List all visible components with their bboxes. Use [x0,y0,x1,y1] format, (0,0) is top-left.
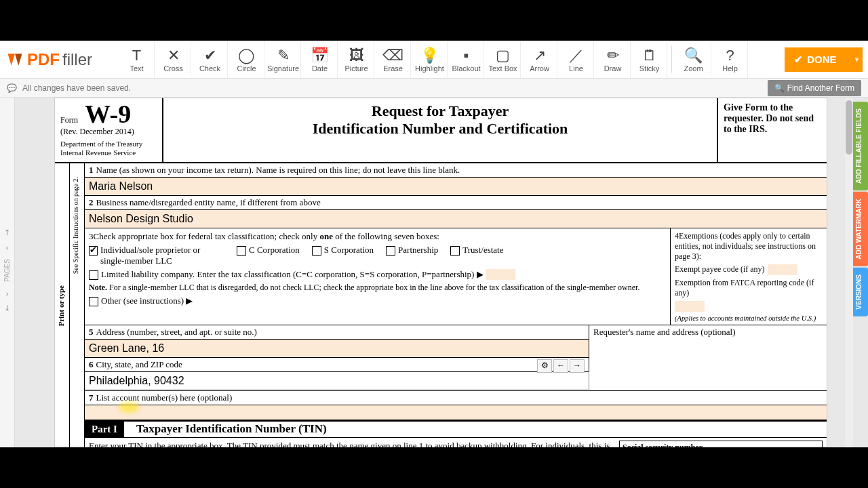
line2-business-field[interactable]: Nelson Design Studio [85,210,827,228]
main-toolbar: PDFfiller TText ✕Cross ✔Check ◯Circle ✎S… [0,41,868,79]
tool-erase[interactable]: ⌫Erase [376,41,411,78]
tool-date[interactable]: 📅Date [302,41,338,78]
highlight-icon: 💡 [420,47,439,64]
line6-city-field[interactable]: Philadelphia, 90432 [85,372,589,390]
side-see-label: See Specific Instructions on page 2. [72,177,79,274]
check-icon: ✔ [794,54,803,66]
tool-picture[interactable]: 🖼Picture [339,41,374,78]
side-print-label: Print or type [57,285,65,326]
blackout-icon: ▪ [464,47,469,64]
line5-address-field[interactable]: Green Lane, 16 [85,340,589,358]
form-dept: Department of the TreasuryInternal Reven… [60,140,157,157]
zoom-icon: 🔍 [684,47,703,64]
tool-line[interactable]: ／Line [559,41,594,78]
line5-label: 5Address (number, street, and apt. or su… [85,325,589,340]
checkbox-individual[interactable] [89,246,98,256]
page-viewport[interactable]: Form W-9 (Rev. December 2014) Department… [15,98,853,447]
sticky-icon: 🗒 [642,47,657,64]
exempt-payee-field[interactable] [768,264,797,275]
logo-text-pdf: PDF [27,50,60,69]
checkbox-s-corp[interactable] [312,246,321,256]
form-word: Form [60,115,78,125]
tin-instruction: Enter your TIN in the appropriate box. T… [89,441,619,447]
vertical-scrollbar[interactable] [845,98,853,447]
field-prev-button[interactable]: ← [553,359,568,373]
tool-circle[interactable]: ◯Circle [229,41,264,78]
line6-label: 6City, state, and ZIP code ⚙ ← → [85,358,589,372]
line7-label: 7List account number(s) here (optional) [85,391,827,405]
cursor-highlight [119,402,139,413]
tool-highlight[interactable]: 💡Highlight [412,41,448,78]
cross-icon: ✕ [167,47,180,64]
status-bar: 💬 All changes have been saved. 🔍Find Ano… [0,79,868,98]
right-rail: ADD FILLABLE FIELDS ADD WATERMARK VERSIO… [853,98,868,447]
find-another-form-button[interactable]: 🔍Find Another Form [768,80,861,96]
llc-note: Note. For a single-member LLC that is di… [89,283,666,293]
tool-check[interactable]: ✔Check [193,41,228,78]
tool-cross[interactable]: ✕Cross [156,41,191,78]
left-pages-rail: ⤒ ‹ PAGES › ⤓ [0,98,15,447]
tool-text[interactable]: TText [119,41,155,78]
tool-signature[interactable]: ✎Signature [266,41,301,78]
page-next-button[interactable]: › [1,287,14,300]
draw-icon: ✏ [607,47,619,64]
fatca-note: (Applies to accounts maintained outside … [675,314,823,322]
form-code: W-9 [85,102,131,125]
llc-classification-field[interactable] [486,269,515,280]
logo-text-filler: filler [62,50,92,69]
page-prev-button[interactable]: ‹ [1,241,14,253]
erase-icon: ⌫ [382,47,403,64]
requester-label: Requester's name and address (optional) [589,325,827,390]
app-logo: PDFfiller [5,50,92,69]
tab-versions[interactable]: VERSIONS [853,268,868,317]
checkbox-c-corp[interactable] [237,246,246,256]
tab-add-watermark[interactable]: ADD WATERMARK [853,192,868,266]
search-icon: 🔍 [774,83,785,93]
exempt-payee-label: Exempt payee code (if any) [675,264,765,274]
workspace: ⤒ ‹ PAGES › ⤓ Form W-9 (Rev. December 20… [0,98,868,447]
field-next-button[interactable]: → [570,359,585,373]
form-instruction-give: Give Form to the requester. Do not send … [718,98,827,162]
checkbox-llc[interactable] [89,270,98,280]
tool-blackout[interactable]: ▪Blackout [449,41,484,78]
tool-arrow[interactable]: ↗Arrow [522,41,557,78]
tool-sticky[interactable]: 🗒Sticky [632,41,667,78]
help-icon: ? [726,47,734,64]
checkbox-other[interactable] [89,297,98,306]
circle-icon: ◯ [238,47,255,64]
part1-badge: Part I [85,422,124,437]
calendar-icon: 📅 [311,47,329,64]
picture-icon: 🖼 [349,47,364,64]
line7-account-field[interactable] [85,405,827,420]
line1-label: 1Name (as shown on your income tax retur… [85,163,827,178]
line4-label: 4Exemptions (codes apply only to certain… [675,231,823,262]
chat-icon: 💬 [7,83,17,93]
line3-label: 3Check appropriate box for federal tax c… [89,231,666,242]
field-settings-button[interactable]: ⚙ [537,359,552,373]
tool-zoom[interactable]: 🔍Zoom [676,41,711,78]
fatca-field[interactable] [675,301,705,312]
tool-draw[interactable]: ✏Draw [595,41,631,78]
textbox-icon: ▢ [496,47,510,64]
form-title-line2: Identification Number and Certification [170,120,710,138]
form-w9-page: Form W-9 (Rev. December 2014) Department… [54,98,827,447]
page-last-button[interactable]: ⤓ [1,302,14,314]
checkbox-partnership[interactable] [386,246,395,256]
check-icon: ✔ [204,47,216,64]
signature-icon: ✎ [277,47,290,64]
form-revision: (Rev. December 2014) [60,127,157,137]
tool-help[interactable]: ?Help [713,41,748,78]
arrow-icon: ↗ [534,47,546,64]
pages-label: PAGES [3,259,11,282]
page-first-button[interactable]: ⤒ [1,226,14,239]
ssn-label: Social security number [619,441,823,447]
tab-add-fillable-fields[interactable]: ADD FILLABLE FIELDS [853,102,868,190]
text-icon: T [132,47,141,64]
line1-name-field[interactable]: Maria Nelson [85,178,827,196]
toolbar-divider [671,46,672,73]
line-icon: ／ [569,47,584,64]
checkbox-trust[interactable] [450,246,460,256]
done-button[interactable]: ✔DONE [785,47,863,72]
form-title-line1: Request for Taxpayer [170,102,710,120]
tool-textbox[interactable]: ▢Text Box [486,41,521,78]
